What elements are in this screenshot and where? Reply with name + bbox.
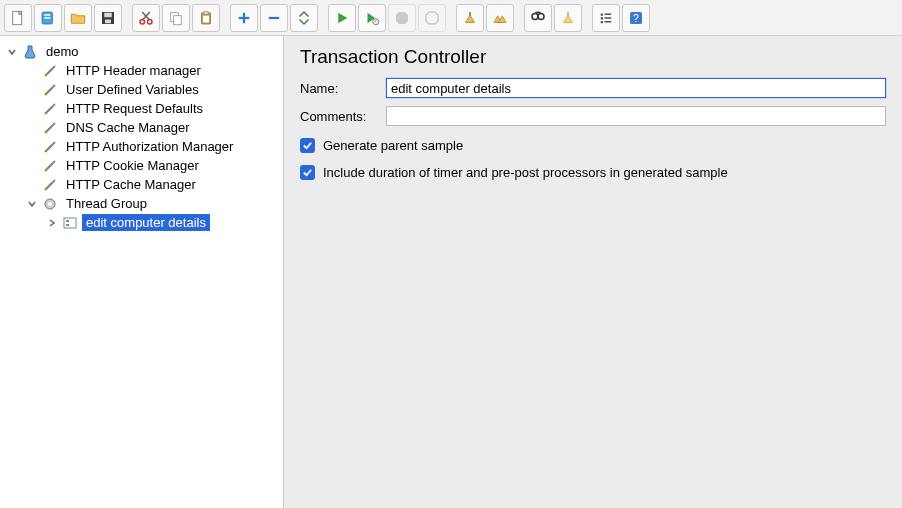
svg-point-8 — [140, 19, 145, 24]
wrench-icon — [42, 63, 58, 79]
panel-title: Transaction Controller — [284, 36, 902, 76]
svg-point-9 — [148, 19, 153, 24]
reset-search-button[interactable] — [554, 4, 582, 32]
help-button[interactable]: ? — [622, 4, 650, 32]
checkbox-label: Include duration of timer and pre-post p… — [323, 165, 728, 180]
name-input[interactable] — [386, 78, 886, 98]
name-row: Name: — [284, 76, 902, 104]
function-helper-button[interactable] — [592, 4, 620, 32]
remove-button[interactable] — [260, 4, 288, 32]
svg-marker-25 — [426, 12, 438, 24]
tree-label: User Defined Variables — [62, 81, 203, 98]
tree-item-config[interactable]: User Defined Variables — [4, 80, 279, 99]
tree-label: HTTP Cache Manager — [62, 176, 200, 193]
chevron-down-icon[interactable] — [26, 198, 38, 210]
clear-all-button[interactable] — [486, 4, 514, 32]
svg-line-51 — [48, 180, 55, 187]
comments-row: Comments: — [284, 104, 902, 132]
tree-item-config[interactable]: HTTP Header manager — [4, 61, 279, 80]
tree-item-test-plan[interactable]: demo — [4, 42, 279, 61]
svg-marker-20 — [338, 12, 347, 23]
tree-label: HTTP Authorization Manager — [62, 138, 237, 155]
test-plan-tree[interactable]: demo HTTP Header manager User Defined Va… — [4, 42, 279, 232]
clear-button[interactable] — [456, 4, 484, 32]
checkbox-checked-icon[interactable] — [300, 138, 315, 153]
tree-item-transaction-controller[interactable]: edit computer details — [4, 213, 279, 232]
tree-label: HTTP Header manager — [62, 62, 205, 79]
svg-rect-54 — [64, 218, 76, 228]
tree-item-config[interactable]: HTTP Cache Manager — [4, 175, 279, 194]
checkbox-checked-icon[interactable] — [300, 165, 315, 180]
copy-button[interactable] — [162, 4, 190, 32]
svg-rect-6 — [104, 12, 112, 17]
svg-line-39 — [48, 66, 55, 73]
svg-rect-56 — [66, 224, 69, 226]
detail-panel: Transaction Controller Name: Comments: G… — [284, 36, 902, 508]
start-button[interactable] — [328, 4, 356, 32]
tree-item-config[interactable]: HTTP Cookie Manager — [4, 156, 279, 175]
tree-item-config[interactable]: HTTP Authorization Manager — [4, 137, 279, 156]
svg-line-43 — [48, 104, 55, 111]
svg-rect-4 — [44, 17, 50, 19]
svg-rect-55 — [66, 220, 69, 222]
add-button[interactable] — [230, 4, 258, 32]
svg-rect-7 — [105, 19, 111, 23]
wrench-icon — [42, 139, 58, 155]
tree-label: HTTP Request Defaults — [62, 100, 207, 117]
generate-parent-checkbox-row[interactable]: Generate parent sample — [284, 132, 902, 159]
toolbar: ? — [0, 0, 902, 36]
svg-rect-30 — [601, 13, 603, 15]
tree-label: Thread Group — [62, 195, 151, 212]
cut-button[interactable] — [132, 4, 160, 32]
tree-item-thread-group[interactable]: Thread Group — [4, 194, 279, 213]
flask-icon — [22, 44, 38, 60]
svg-rect-29 — [567, 12, 569, 16]
svg-rect-3 — [44, 14, 50, 16]
chevron-right-icon[interactable] — [46, 217, 58, 229]
svg-point-53 — [48, 202, 52, 206]
tree-label: demo — [42, 43, 83, 60]
tree-label: DNS Cache Manager — [62, 119, 194, 136]
paste-button[interactable] — [192, 4, 220, 32]
svg-text:?: ? — [633, 11, 639, 23]
new-file-button[interactable] — [4, 4, 32, 32]
start-no-pause-button[interactable] — [358, 4, 386, 32]
svg-rect-16 — [203, 15, 209, 22]
svg-marker-24 — [396, 12, 408, 24]
wrench-icon — [42, 120, 58, 136]
templates-button[interactable] — [34, 4, 62, 32]
shutdown-button[interactable] — [418, 4, 446, 32]
tree-label: edit computer details — [82, 214, 210, 231]
checkbox-label: Generate parent sample — [323, 138, 463, 153]
svg-point-28 — [538, 13, 544, 19]
tree-item-config[interactable]: HTTP Request Defaults — [4, 99, 279, 118]
svg-rect-13 — [174, 15, 182, 24]
save-file-button[interactable] — [94, 4, 122, 32]
controller-icon — [62, 215, 78, 231]
comments-input[interactable] — [386, 106, 886, 126]
tree-item-config[interactable]: DNS Cache Manager — [4, 118, 279, 137]
expand-collapse-button[interactable] — [290, 4, 318, 32]
gear-icon — [42, 196, 58, 212]
name-label: Name: — [300, 81, 378, 96]
tree-label: HTTP Cookie Manager — [62, 157, 203, 174]
wrench-icon — [42, 177, 58, 193]
wrench-icon — [42, 158, 58, 174]
svg-rect-31 — [601, 17, 603, 19]
svg-line-41 — [48, 85, 55, 92]
search-button[interactable] — [524, 4, 552, 32]
svg-point-27 — [532, 13, 538, 19]
wrench-icon — [42, 101, 58, 117]
svg-rect-26 — [469, 12, 471, 16]
open-file-button[interactable] — [64, 4, 92, 32]
tree-panel: demo HTTP Header manager User Defined Va… — [0, 36, 284, 508]
wrench-icon — [42, 82, 58, 98]
svg-rect-15 — [204, 11, 209, 14]
svg-line-49 — [48, 161, 55, 168]
comments-label: Comments: — [300, 109, 378, 124]
svg-line-45 — [48, 123, 55, 130]
svg-rect-32 — [601, 21, 603, 23]
chevron-down-icon[interactable] — [6, 46, 18, 58]
include-duration-checkbox-row[interactable]: Include duration of timer and pre-post p… — [284, 159, 902, 186]
stop-button[interactable] — [388, 4, 416, 32]
